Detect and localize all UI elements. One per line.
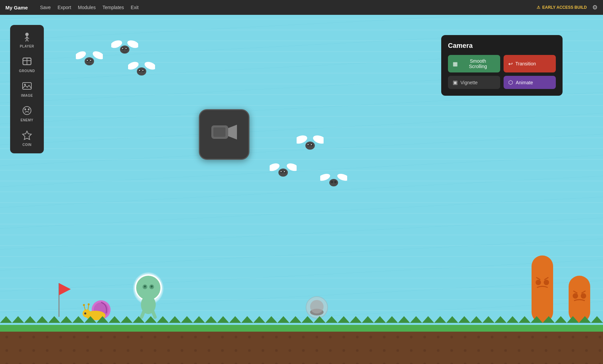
svg-point-75 (83, 309, 91, 317)
coin-icon (22, 130, 32, 142)
grass-sawtooth (0, 316, 603, 323)
animate-icon: ⬡ (508, 79, 513, 86)
svg-point-79 (88, 303, 90, 305)
transition-icon: ↩ (508, 61, 513, 67)
camera-panel: Camera ▦ Smooth Scrolling ↩ Transition ▣… (441, 35, 563, 96)
svg-point-32 (87, 60, 88, 61)
svg-line-68 (142, 310, 144, 317)
svg-point-25 (122, 48, 123, 49)
svg-line-4 (26, 39, 27, 41)
svg-point-58 (331, 181, 333, 183)
svg-point-59 (334, 181, 337, 183)
svg-line-5 (27, 39, 28, 41)
grass-strip (0, 325, 603, 332)
nav-export[interactable]: Export (58, 5, 71, 10)
svg-marker-71 (59, 283, 71, 295)
camera-panel-title: Camera (448, 42, 556, 50)
warning-icon: ⚠ (537, 5, 540, 10)
svg-point-11 (23, 107, 31, 115)
fly-enemy-2 (76, 49, 103, 70)
smooth-scrolling-icon: ▦ (453, 61, 458, 67)
svg-point-56 (320, 173, 331, 182)
nav-save[interactable]: Save (40, 5, 51, 10)
settings-gear-icon[interactable]: ⚙ (592, 4, 598, 11)
svg-point-41 (305, 142, 315, 150)
svg-point-26 (126, 48, 127, 49)
flag-object (52, 280, 72, 322)
svg-point-57 (336, 173, 347, 182)
sidebar: PLAYER GROUND IMAGE (10, 25, 44, 153)
nav-exit[interactable]: Exit (131, 5, 139, 10)
svg-point-90 (573, 293, 578, 299)
camera-video-icon (211, 122, 238, 147)
svg-point-33 (90, 60, 91, 61)
vignette-button[interactable]: ▣ Vignette (448, 76, 500, 89)
top-navigation: My Game Save Export Modules Templates Ex… (0, 0, 603, 15)
ground-icon (22, 56, 32, 68)
svg-rect-9 (23, 83, 31, 89)
svg-point-86 (544, 280, 549, 285)
smooth-scrolling-button[interactable]: ▦ Smooth Scrolling (448, 55, 500, 72)
svg-point-78 (83, 304, 85, 306)
player-character (128, 265, 169, 320)
svg-point-91 (581, 293, 586, 299)
enemy-icon (22, 105, 32, 117)
nav-modules[interactable]: Modules (78, 5, 96, 10)
early-access-badge: ⚠ EARLY ACCESS BUILD (537, 5, 587, 10)
svg-line-69 (152, 310, 155, 317)
sidebar-item-image[interactable]: IMAGE (10, 77, 44, 101)
game-canvas[interactable]: PLAYER GROUND IMAGE (0, 15, 603, 364)
svg-point-80 (84, 312, 86, 314)
vignette-label: Vignette (460, 80, 478, 85)
svg-point-39 (139, 70, 140, 71)
image-icon (22, 81, 32, 92)
svg-point-0 (25, 33, 29, 36)
svg-point-54 (284, 171, 285, 172)
fly-enemy-6 (320, 170, 347, 191)
fly-enemy-5 (270, 160, 297, 181)
svg-rect-19 (213, 127, 225, 137)
svg-point-83 (310, 300, 324, 313)
fly-enemy-3 (128, 59, 155, 80)
svg-point-85 (536, 280, 541, 285)
animate-label: Animate (516, 80, 533, 85)
topnav-right: ⚠ EARLY ACCESS BUILD ⚙ (537, 4, 598, 11)
svg-point-65 (144, 285, 146, 287)
transition-label: Transition (515, 61, 536, 66)
sidebar-image-label: IMAGE (21, 94, 33, 97)
svg-point-47 (311, 144, 312, 145)
svg-point-48 (278, 169, 288, 177)
svg-marker-18 (228, 125, 237, 140)
svg-point-10 (24, 84, 26, 86)
svg-point-34 (137, 67, 146, 75)
svg-point-66 (151, 285, 153, 287)
sidebar-item-coin[interactable]: COIN (10, 126, 44, 151)
svg-rect-84 (532, 255, 553, 323)
fly-enemy-4 (297, 133, 324, 154)
fly-enemy-1 (111, 37, 138, 58)
snail-object (83, 295, 116, 323)
transition-button[interactable]: ↩ Transition (504, 55, 556, 72)
camera-buttons-grid: ▦ Smooth Scrolling ↩ Transition ▣ Vignet… (448, 55, 556, 89)
sidebar-player-label: PLAYER (20, 44, 34, 48)
sidebar-item-enemy[interactable]: ENEMY (10, 101, 44, 126)
smooth-scrolling-label: Smooth Scrolling (460, 58, 495, 69)
vignette-icon: ▣ (453, 79, 458, 86)
svg-point-55 (329, 179, 338, 186)
early-access-label: EARLY ACCESS BUILD (542, 5, 587, 10)
sidebar-item-player[interactable]: PLAYER (10, 28, 44, 52)
game-title: My Game (5, 5, 28, 10)
svg-rect-95 (0, 330, 603, 364)
sidebar-enemy-label: ENEMY (21, 118, 33, 122)
svg-line-77 (88, 305, 89, 310)
svg-marker-16 (23, 131, 31, 140)
svg-point-53 (281, 171, 282, 172)
sidebar-coin-label: COIN (23, 143, 32, 147)
svg-point-46 (308, 144, 309, 145)
nav-templates[interactable]: Templates (102, 5, 124, 10)
animate-button[interactable]: ⬡ Animate (504, 76, 556, 89)
camera-object[interactable] (199, 109, 249, 160)
svg-line-76 (84, 305, 85, 310)
ground-dirt (0, 330, 603, 364)
sidebar-item-ground[interactable]: GROUND (10, 52, 44, 77)
